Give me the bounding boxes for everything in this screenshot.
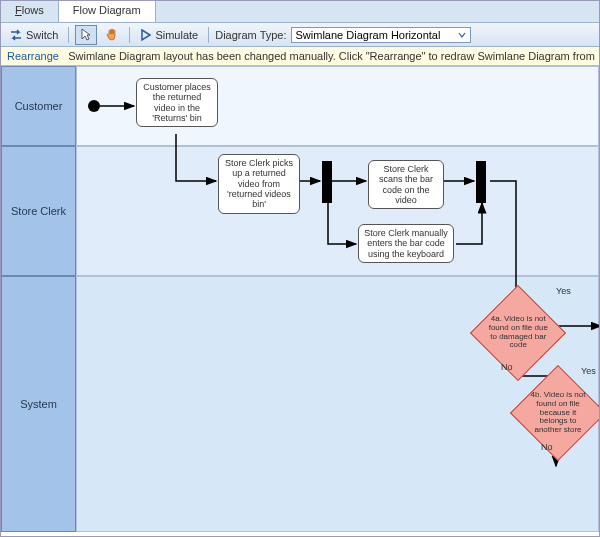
message-bar: Rearrange Swimlane Diagram layout has be… (1, 47, 599, 66)
switch-icon (9, 28, 23, 42)
lane-label: Store Clerk (11, 205, 66, 217)
diagram-type-select[interactable]: Swimlane Diagram Horizontal (291, 27, 471, 43)
join-gateway[interactable] (476, 161, 486, 203)
lane-header-customer[interactable]: Customer (1, 66, 76, 146)
fork-gateway[interactable] (322, 161, 332, 203)
start-node[interactable] (88, 100, 100, 112)
lane-label: Customer (15, 100, 63, 112)
separator (208, 27, 209, 43)
activity-clerk-pickup[interactable]: Store Clerk picks up a returned video fr… (218, 154, 300, 214)
separator (129, 27, 130, 43)
diagram-canvas[interactable]: Customer Store Clerk System (1, 66, 599, 532)
switch-label: Switch (26, 29, 58, 41)
chevron-down-icon (458, 31, 466, 39)
switch-button[interactable]: Switch (5, 26, 62, 44)
play-icon (140, 28, 152, 42)
hand-icon (105, 28, 119, 42)
lane-label: System (20, 398, 57, 410)
pan-tool-button[interactable] (101, 26, 123, 44)
node-label: Store Clerk scans the bar code on the vi… (379, 164, 433, 205)
node-label: Store Clerk manually enters the bar code… (364, 228, 448, 259)
simulate-label: Simulate (155, 29, 198, 41)
activity-scan-barcode[interactable]: Store Clerk scans the bar code on the vi… (368, 160, 444, 209)
activity-customer-return[interactable]: Customer places the returned video in th… (136, 78, 218, 127)
lane-header-system[interactable]: System (1, 276, 76, 532)
edge-label-yes: Yes (556, 286, 571, 296)
edge-label-yes: Yes (581, 366, 596, 376)
lane-header-store-clerk[interactable]: Store Clerk (1, 146, 76, 276)
diagram-type-label: Diagram Type: (215, 29, 286, 41)
simulate-button[interactable]: Simulate (136, 26, 202, 44)
tab-flow-diagram[interactable]: Flow Diagram (59, 1, 156, 22)
rearrange-link[interactable]: Rearrange (7, 50, 59, 62)
activity-manual-entry[interactable]: Store Clerk manually enters the bar code… (358, 224, 454, 263)
node-label: Store Clerk picks up a returned video fr… (225, 158, 293, 209)
lane-body-store-clerk (76, 146, 599, 276)
node-label: Customer places the returned video in th… (143, 82, 211, 123)
node-label: 4a. Video is not found on file due to da… (485, 315, 551, 350)
edge-label-no: No (541, 442, 553, 452)
cursor-icon (80, 28, 92, 42)
toolbar: Switch Simulate Diagram Type: Swimlane D… (1, 23, 599, 47)
tab-bar: FFlowslows Flow Diagram (1, 1, 599, 23)
edge-label-no: No (501, 362, 513, 372)
diagram-type-value: Swimlane Diagram Horizontal (296, 29, 441, 41)
message-text: Swimlane Diagram layout has been changed… (68, 50, 595, 62)
separator (68, 27, 69, 43)
tab-flows[interactable]: FFlowslows (1, 1, 59, 22)
node-label: 4b. Video is not found on file because i… (525, 391, 591, 435)
pointer-tool-button[interactable] (75, 25, 97, 45)
